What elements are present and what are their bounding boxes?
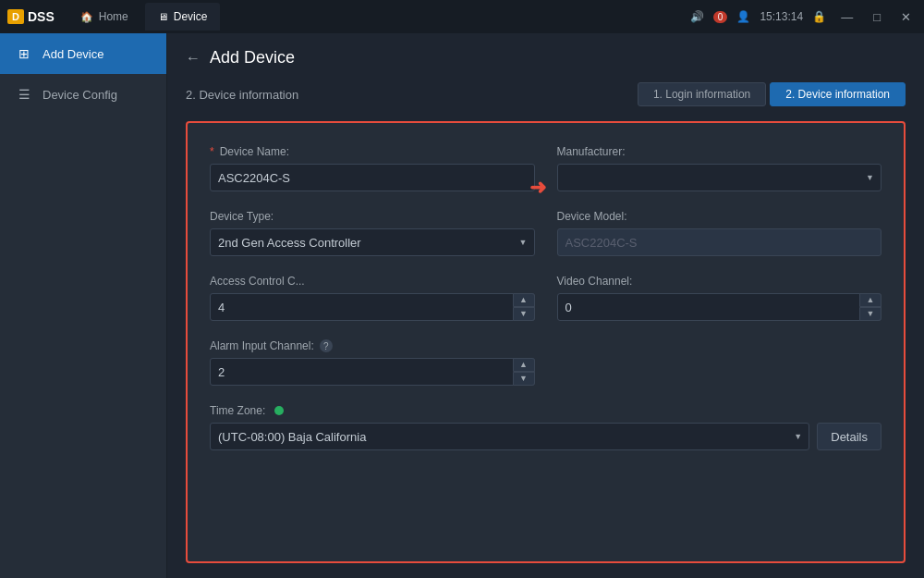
form-row-1: * Device Name: Manufacturer: ➜ [210,145,881,191]
lock-icon: 🔒 [812,10,826,23]
timezone-status-dot [274,406,284,415]
add-device-icon: ⊞ [15,44,33,63]
page-header: ← Add Device [186,48,906,68]
step-tabs-bar: 2. Device information 1. Login informati… [186,82,906,106]
titlebar-right: 🔊 0 👤 15:13:14 🔒 — □ ✕ [690,8,917,26]
minimize-button[interactable]: — [835,8,858,26]
notification-badge: 0 [713,11,728,23]
page-title: Add Device [210,48,295,68]
video-channel-spinner-btns: ▲ ▼ [859,293,881,321]
tab-home-label: Home [99,10,128,23]
timezone-group: Time Zone: (UTC-08:00) Baja California D… [210,404,881,450]
tab-login-information[interactable]: 1. Login information [638,82,766,106]
close-button[interactable]: ✕ [895,8,917,26]
required-star: * [210,145,214,158]
manufacturer-select-wrapper [557,164,882,191]
alarm-spinner-btns: ▲ ▼ [513,358,535,386]
alarm-input-spinner: ▲ ▼ [210,358,535,386]
speaker-icon: 🔊 [690,10,704,23]
access-control-spinner: ▲ ▼ [210,293,535,321]
alarm-input-input[interactable] [210,358,535,386]
device-icon: 🖥 [158,11,168,22]
tab-device-label: Device [174,10,208,23]
device-config-icon: ☰ [15,85,33,104]
form-row-3: Access Control C... ▲ ▼ Video Channel: [210,275,881,321]
home-icon: 🏠 [80,11,93,23]
device-type-label: Device Type: [210,210,535,223]
content-area: ← Add Device 2. Device information 1. Lo… [167,33,924,578]
device-name-label: * Device Name: [210,145,535,158]
tab-home[interactable]: 🏠 Home [67,3,141,31]
device-name-input[interactable] [210,164,535,191]
video-channel-up-button[interactable]: ▲ [859,293,881,307]
device-name-group: * Device Name: [210,145,535,191]
step-tab-group: 1. Login information 2. Device informati… [638,82,906,106]
maximize-button[interactable]: □ [868,8,886,26]
back-button[interactable]: ← [186,50,201,67]
titlebar: D DSS 🏠 Home 🖥 Device 🔊 0 👤 15:13:14 🔒 —… [0,0,924,33]
video-channel-down-button[interactable]: ▼ [859,307,881,321]
access-control-label: Access Control C... [210,275,535,288]
alarm-help-icon[interactable]: ? [320,339,333,352]
timezone-label: Time Zone: [210,404,881,417]
tab-device-information[interactable]: 2. Device information [770,82,906,106]
sidebar-item-device-config[interactable]: ☰ Device Config [0,74,166,115]
timezone-select[interactable]: (UTC-08:00) Baja California [210,423,809,450]
video-channel-group: Video Channel: ▲ ▼ [557,275,882,321]
alarm-input-group: Alarm Input Channel: ? ▲ ▼ [210,339,535,386]
alarm-spacer [557,339,882,386]
device-model-label: Device Model: [557,210,882,223]
logo-text: DSS [28,9,55,24]
sidebar-item-add-device[interactable]: ⊞ Add Device [0,33,166,74]
tab-device[interactable]: 🖥 Device [145,3,221,31]
manufacturer-group: Manufacturer: ➜ [557,145,882,191]
time-display: 15:13:14 [760,10,803,23]
device-type-select[interactable]: 2nd Gen Access Controller [210,228,535,256]
alarm-up-button[interactable]: ▲ [513,358,535,372]
sidebar: ⊞ Add Device ☰ Device Config [0,33,167,578]
alarm-down-button[interactable]: ▼ [513,372,535,386]
device-type-group: Device Type: 2nd Gen Access Controller [210,210,535,256]
timezone-row: (UTC-08:00) Baja California Details [210,423,881,450]
access-control-input[interactable] [210,293,535,321]
main-layout: ⊞ Add Device ☰ Device Config ← Add Devic… [0,33,924,578]
manufacturer-arrow: ➜ [529,176,546,200]
logo-box: D [7,9,24,24]
device-model-group: Device Model: [557,210,882,256]
form-row-5: Time Zone: (UTC-08:00) Baja California D… [210,404,881,450]
titlebar-left: D DSS 🏠 Home 🖥 Device [7,3,220,31]
device-model-input [557,228,882,256]
step-label: 2. Device information [186,88,298,102]
sidebar-device-config-label: Device Config [43,88,117,102]
video-channel-spinner: ▲ ▼ [557,293,882,321]
video-channel-input[interactable] [557,293,882,321]
timezone-select-wrapper: (UTC-08:00) Baja California [210,423,809,450]
access-control-spinner-btns: ▲ ▼ [513,293,535,321]
manufacturer-label: Manufacturer: [557,145,882,158]
video-channel-label: Video Channel: [557,275,882,288]
form-row-2: Device Type: 2nd Gen Access Controller D… [210,210,881,256]
details-button[interactable]: Details [817,423,881,450]
user-icon: 👤 [736,10,750,23]
dss-logo: D DSS [7,9,55,24]
form-row-4: Alarm Input Channel: ? ▲ ▼ [210,339,881,386]
access-control-group: Access Control C... ▲ ▼ [210,275,535,321]
access-control-up-button[interactable]: ▲ [513,293,535,307]
form-panel: * Device Name: Manufacturer: ➜ [186,121,906,563]
access-control-down-button[interactable]: ▼ [513,307,535,321]
manufacturer-select[interactable] [557,164,882,191]
sidebar-add-device-label: Add Device [43,47,103,61]
alarm-input-label: Alarm Input Channel: ? [210,339,535,352]
device-type-select-wrapper: 2nd Gen Access Controller [210,228,535,256]
